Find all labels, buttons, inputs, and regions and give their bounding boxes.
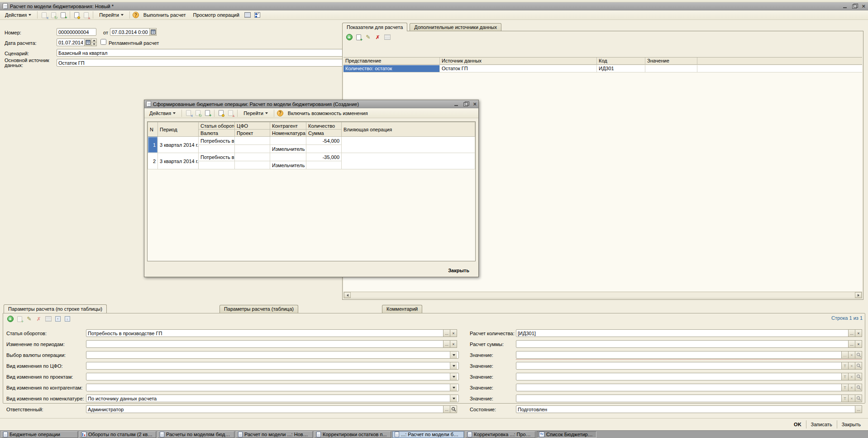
column-header[interactable]: Код — [597, 58, 645, 64]
reread-icon[interactable]: ↻ — [194, 109, 202, 117]
close-dialog-button[interactable]: Закрыть — [444, 267, 473, 274]
currency-choice-field[interactable] — [86, 351, 459, 359]
clear-icon[interactable]: × — [855, 340, 862, 348]
text-edit-button[interactable]: T — [841, 384, 849, 391]
main-source-input[interactable] — [57, 59, 389, 67]
tab-comment[interactable]: Комментарий — [382, 305, 422, 313]
search-icon[interactable] — [855, 395, 862, 402]
edit-icon[interactable]: ✎ — [25, 315, 33, 323]
column-header[interactable]: Контрагент — [270, 122, 306, 130]
clear-icon[interactable]: × — [848, 362, 855, 370]
column-header[interactable]: Влияющая операция — [342, 122, 475, 137]
tab-params-table[interactable]: Параметры расчета (таблица) — [219, 305, 298, 313]
save-close-icon[interactable]: ◂ — [40, 11, 48, 19]
chevron-down-icon[interactable] — [450, 384, 457, 391]
save-close-icon[interactable]: ◂ — [185, 109, 192, 117]
calc-date-input[interactable] — [57, 39, 85, 46]
save-button[interactable]: Записать — [806, 420, 837, 428]
clear-icon[interactable]: × — [848, 395, 855, 402]
column-header[interactable]: Значение — [645, 58, 697, 64]
close-button[interactable]: Закрыть — [837, 420, 865, 428]
close-icon[interactable]: × — [862, 4, 865, 9]
move-up-icon[interactable]: ↑ — [54, 315, 62, 323]
restore-icon[interactable] — [852, 4, 858, 9]
column-header[interactable]: Источник данных — [440, 58, 597, 64]
clear-icon[interactable]: × — [848, 373, 855, 380]
search-icon[interactable] — [855, 351, 862, 359]
nomenclature-change-field[interactable]: По источнику данных расчета — [86, 395, 459, 402]
copy-add-icon[interactable]: + — [16, 315, 24, 323]
column-header[interactable]: Проект — [235, 130, 270, 137]
text-edit-button[interactable]: T — [841, 373, 849, 380]
value-input[interactable] — [516, 384, 842, 391]
chevron-down-icon[interactable] — [450, 351, 457, 358]
settings-checklist-icon[interactable] — [253, 11, 261, 19]
table-row[interactable]: 1 3 квартал 2014 г. Потребность в про...… — [148, 137, 475, 145]
search-icon[interactable] — [450, 405, 457, 413]
scroll-left-icon[interactable] — [344, 292, 351, 298]
tab-params-by-row[interactable]: Параметры расчета (по строке таблицы) — [4, 304, 107, 313]
choose-button[interactable]: ... — [443, 329, 450, 337]
clear-icon[interactable]: × — [450, 329, 457, 337]
table-rows-icon[interactable] — [244, 11, 252, 19]
number-input[interactable] — [57, 28, 96, 36]
taskbar-item-budget-operations[interactable]: Бюджетные операции — [1, 431, 78, 438]
calendar-icon[interactable] — [149, 28, 157, 36]
maximize-icon[interactable] — [463, 101, 469, 106]
add-icon[interactable]: + — [6, 315, 14, 323]
taskbar-item-turnovers[interactable]: Обороты по статьям (2 ква... — [79, 431, 156, 438]
unpost-document-icon[interactable]: ▴ — [82, 11, 90, 19]
unpost-document-icon[interactable]: ▴ — [227, 109, 234, 117]
tab-indicators[interactable]: Показатели для расчета — [342, 23, 407, 31]
column-header[interactable]: Представление — [343, 58, 440, 64]
enable-edit-button[interactable]: Включить возможность изменения — [285, 110, 371, 117]
scroll-right-icon[interactable] — [855, 292, 862, 298]
close-icon[interactable]: × — [473, 101, 477, 106]
actions-menu-button[interactable]: Действия — [146, 109, 179, 117]
date-spinner[interactable] — [91, 39, 97, 46]
column-header[interactable]: Валюта — [199, 130, 235, 137]
qty-calc-input[interactable] — [516, 329, 849, 337]
search-icon[interactable] — [855, 373, 862, 380]
taskbar-item-budgeting-list[interactable]: ТгСписок Бюджетирование — [537, 431, 596, 438]
contractor-change-field[interactable] — [86, 384, 459, 391]
post-document-icon[interactable] — [73, 11, 81, 19]
clear-icon[interactable]: × — [450, 340, 457, 348]
choose-button[interactable]: ... — [443, 340, 450, 348]
value-input[interactable] — [516, 395, 842, 402]
search-icon[interactable] — [855, 384, 862, 391]
responsible-input[interactable] — [86, 405, 444, 413]
chevron-down-icon[interactable] — [450, 373, 457, 380]
horizontal-scrollbar[interactable] — [343, 292, 862, 298]
view-operations-button[interactable]: Просмотр операций — [190, 11, 242, 19]
regulated-calc-checkbox[interactable] — [100, 39, 106, 45]
article-input[interactable] — [86, 329, 444, 337]
value-input[interactable] — [516, 362, 842, 370]
end-edit-icon[interactable] — [383, 34, 391, 41]
column-header[interactable]: ЦФО — [235, 122, 270, 130]
tab-additional-sources[interactable]: Дополнительные источники данных — [410, 23, 501, 31]
choose-button[interactable]: ... — [443, 405, 450, 413]
value-input[interactable] — [516, 373, 842, 380]
project-change-field[interactable] — [86, 373, 459, 380]
taskbar-item-correction-posted[interactable]: Корректировка ...: Проведен — [465, 431, 535, 438]
column-header[interactable]: Количество — [306, 122, 342, 130]
value-input[interactable] — [516, 351, 842, 359]
minimize-icon[interactable] — [454, 101, 459, 106]
delete-icon[interactable]: ✗ — [35, 315, 43, 323]
chevron-down-icon[interactable] — [450, 362, 457, 369]
copy-add-icon[interactable]: + — [204, 109, 211, 117]
column-header[interactable]: Номенклатура — [270, 130, 306, 137]
copy-add-icon[interactable]: + — [59, 11, 67, 19]
column-header[interactable]: Статья оборотов — [199, 122, 235, 130]
column-header[interactable]: Сумма — [306, 130, 342, 137]
search-icon[interactable] — [855, 362, 862, 370]
goto-menu-button[interactable]: Перейти — [240, 109, 271, 117]
minimize-icon[interactable] — [843, 4, 848, 9]
reread-icon[interactable]: ↻ — [50, 11, 57, 19]
choose-button[interactable]: ... — [848, 340, 855, 348]
period-change-input[interactable] — [86, 340, 444, 348]
delete-icon[interactable]: ✗ — [374, 34, 382, 41]
taskbar-item-model-calcs[interactable]: Расчеты по моделям бюдж... — [157, 431, 234, 438]
taskbar-item-corrections[interactable]: Корректировки остатков п... — [314, 431, 391, 438]
